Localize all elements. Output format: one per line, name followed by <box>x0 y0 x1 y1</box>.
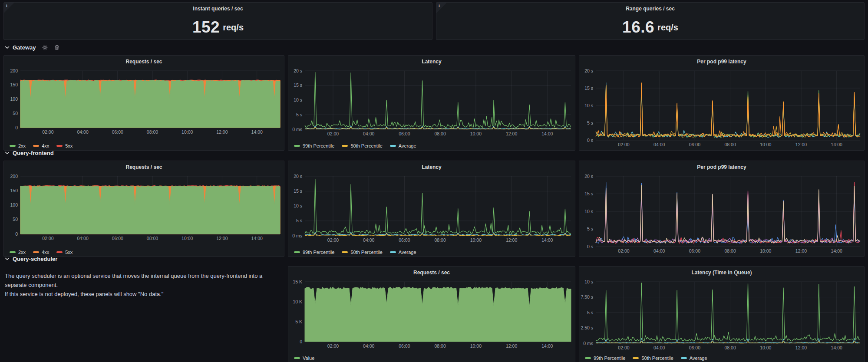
svg-text:14:00: 14:00 <box>831 142 842 147</box>
svg-text:14:00: 14:00 <box>251 236 263 241</box>
chart-gateway-requests[interactable]: 05010015020002:0004:0006:0008:0010:0012:… <box>4 68 284 141</box>
legend-item-2xx[interactable]: 2xx <box>10 143 26 148</box>
svg-text:06:00: 06:00 <box>112 129 123 135</box>
svg-text:02:00: 02:00 <box>327 343 339 349</box>
panel-title[interactable]: Per pod p99 latency <box>579 56 864 68</box>
legend-item-average[interactable]: Average <box>390 143 416 148</box>
svg-text:15 s: 15 s <box>294 188 302 194</box>
svg-text:14:00: 14:00 <box>541 237 553 243</box>
svg-text:08:00: 08:00 <box>434 237 446 243</box>
row-delete-trash-icon[interactable] <box>54 45 59 50</box>
panel-title[interactable]: Per pod p99 latency <box>579 161 864 173</box>
chevron-down-icon <box>5 46 10 49</box>
info-icon: i <box>439 3 440 8</box>
legend-item-50th-percentile[interactable]: 50th Percentile <box>342 143 382 148</box>
query-frontend-panels-row: Requests / sec 05010015020002:0004:0006:… <box>3 161 865 252</box>
chart-qf-requests[interactable]: 05010015020002:0004:0006:0008:0010:0012:… <box>4 173 284 247</box>
panel-title[interactable]: Requests / sec <box>4 161 284 173</box>
panel-title[interactable]: Latency (Time in Queue) <box>579 267 864 279</box>
stat-value-wrap: 16.6 req/s <box>436 15 864 39</box>
stat-unit: req/s <box>657 23 678 32</box>
svg-text:0: 0 <box>15 125 18 130</box>
svg-text:7.50 s: 7.50 s <box>581 294 593 299</box>
chart-gateway-latency[interactable]: 0 ms5 s10 s15 s20 s02:0004:0006:0008:001… <box>288 68 575 141</box>
panel-title[interactable]: Latency <box>288 56 575 68</box>
svg-text:5 K: 5 K <box>295 319 302 324</box>
svg-text:14:00: 14:00 <box>541 343 553 349</box>
legend-item-4xx[interactable]: 4xx <box>33 250 49 255</box>
svg-text:15 K: 15 K <box>293 279 302 284</box>
legend-item-99th-percentile[interactable]: 99th Percentile <box>294 143 334 148</box>
legend-item-average[interactable]: Average <box>390 250 416 255</box>
svg-text:08:00: 08:00 <box>434 131 446 136</box>
scheduler-description-text: The query scheduler is an optional servi… <box>3 266 284 299</box>
svg-text:15 s: 15 s <box>294 82 302 88</box>
legend-item-5xx[interactable]: 5xx <box>56 250 73 255</box>
chart-qs-requests[interactable]: 05 K10 K15 K02:0004:0006:0008:0010:0012:… <box>288 279 575 353</box>
svg-text:14:00: 14:00 <box>831 248 842 253</box>
panel-info-corner[interactable]: i <box>436 3 447 13</box>
panel-title[interactable]: Latency <box>288 161 575 173</box>
svg-text:0: 0 <box>15 231 18 237</box>
svg-text:04:00: 04:00 <box>363 237 374 243</box>
chart-gateway-per-pod-p99[interactable]: 0 s5 s10 s15 s20 s02:0004:0006:0008:0010… <box>579 68 864 150</box>
chart-legend: 99th Percentile50th PercentileAverage <box>288 141 575 150</box>
legend-item-2xx[interactable]: 2xx <box>10 250 26 255</box>
svg-text:200: 200 <box>10 174 18 179</box>
svg-text:10:00: 10:00 <box>470 343 482 349</box>
panel-instant-queries: i Instant queries / sec 152 req/s <box>3 2 432 40</box>
stat-value: 16.6 <box>622 19 654 35</box>
svg-text:5 s: 5 s <box>587 310 593 315</box>
panel-title-range-queries[interactable]: Range queries / sec <box>436 3 864 15</box>
svg-text:12:00: 12:00 <box>216 236 228 241</box>
info-icon: i <box>6 3 7 8</box>
svg-text:12:00: 12:00 <box>506 131 517 136</box>
panel-title[interactable]: Requests / sec <box>288 267 575 279</box>
legend-item-5xx[interactable]: 5xx <box>56 143 73 148</box>
svg-text:08:00: 08:00 <box>724 142 736 147</box>
panel-title-instant-queries[interactable]: Instant queries / sec <box>4 3 432 15</box>
chart-qf-latency[interactable]: 0 ms5 s10 s15 s20 s02:0004:0006:0008:001… <box>288 173 575 247</box>
legend-item-4xx[interactable]: 4xx <box>33 143 49 148</box>
svg-text:06:00: 06:00 <box>112 236 123 241</box>
stat-unit: req/s <box>223 23 244 32</box>
svg-text:10 s: 10 s <box>584 279 593 284</box>
svg-text:10 s: 10 s <box>584 209 593 214</box>
panel-info-corner[interactable]: i <box>4 3 14 13</box>
legend-item-99th-percentile[interactable]: 99th Percentile <box>585 355 625 361</box>
stat-row: i Instant queries / sec 152 req/s i Rang… <box>3 2 865 40</box>
svg-text:08:00: 08:00 <box>724 345 736 350</box>
chart-qs-queue-latency[interactable]: 0 ms2.50 s5 s7.50 s10 s02:0004:0006:0008… <box>579 279 864 353</box>
stat-value: 152 <box>192 19 220 35</box>
row-header-gateway[interactable]: Gateway <box>3 40 865 55</box>
query-scheduler-panels-row: The query scheduler is an optional servi… <box>3 266 865 359</box>
svg-text:200: 200 <box>10 68 18 73</box>
panel-title[interactable]: Requests / sec <box>4 56 284 68</box>
legend-item-value[interactable]: Value <box>294 355 314 361</box>
svg-text:0: 0 <box>300 339 302 344</box>
chart-qf-per-pod-p99[interactable]: 0 s5 s10 s15 s20 s02:0004:0006:0008:0010… <box>579 173 864 257</box>
svg-text:02:00: 02:00 <box>618 345 629 350</box>
legend-item-average[interactable]: Average <box>681 355 707 361</box>
svg-text:06:00: 06:00 <box>399 237 410 243</box>
row-settings-gear-icon[interactable] <box>42 45 48 50</box>
svg-text:100: 100 <box>10 96 18 102</box>
svg-text:10 K: 10 K <box>293 299 302 304</box>
svg-text:10 s: 10 s <box>294 203 302 208</box>
svg-text:10:00: 10:00 <box>760 142 771 147</box>
legend-item-99th-percentile[interactable]: 99th Percentile <box>294 250 334 255</box>
svg-text:10 s: 10 s <box>294 97 302 102</box>
svg-text:08:00: 08:00 <box>434 343 446 349</box>
panel-qf-per-pod-p99: Per pod p99 latency 0 s5 s10 s15 s20 s02… <box>579 161 865 257</box>
legend-item-50th-percentile[interactable]: 50th Percentile <box>342 250 382 255</box>
svg-text:02:00: 02:00 <box>618 142 629 147</box>
panel-gateway-per-pod-p99: Per pod p99 latency 0 s5 s10 s15 s20 s02… <box>579 55 865 151</box>
legend-item-50th-percentile[interactable]: 50th Percentile <box>633 355 673 361</box>
chart-legend: 99th Percentile50th PercentileAverage <box>288 247 575 257</box>
svg-text:0 ms: 0 ms <box>292 233 302 238</box>
svg-text:12:00: 12:00 <box>506 237 517 243</box>
row-label: Query-frontend <box>13 150 54 156</box>
svg-text:0 ms: 0 ms <box>583 341 593 346</box>
svg-text:50: 50 <box>13 111 18 116</box>
svg-text:5 s: 5 s <box>296 218 302 223</box>
